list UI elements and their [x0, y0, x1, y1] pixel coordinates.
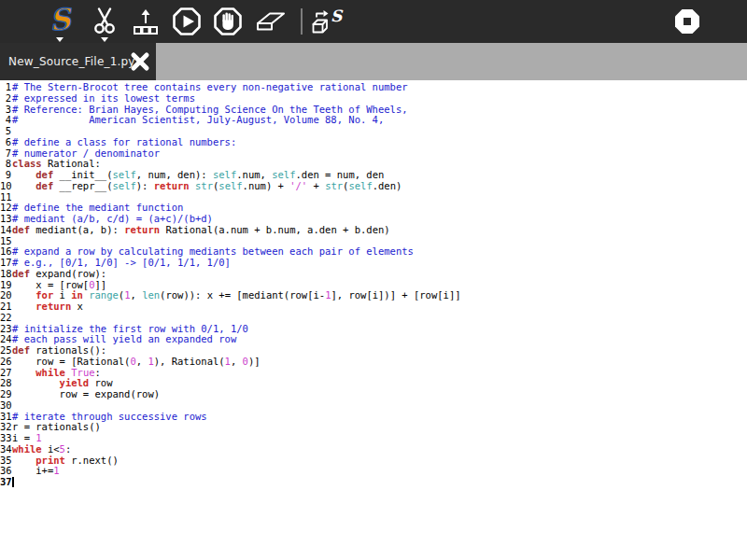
line-number: 29	[0, 389, 11, 400]
tab-bar: New_Source_File_1.py	[0, 43, 747, 80]
code-line: 32r = rationals()	[0, 422, 747, 433]
run-button[interactable]	[169, 0, 204, 43]
code-line: 10 def __repr__(self): return str(self.n…	[0, 181, 747, 192]
code-editor[interactable]: 1# The Stern-Brocot tree contains every …	[0, 80, 747, 560]
record-stop-button[interactable]	[670, 0, 704, 43]
scissors-icon	[92, 7, 117, 35]
line-number: 34	[0, 444, 11, 455]
toolbar-divider	[301, 8, 303, 35]
stop-octagon-icon	[673, 7, 701, 35]
tab-label: New_Source_File_1.py	[8, 55, 135, 68]
code-line: 36 i+=1	[0, 466, 747, 477]
line-number: 22	[0, 313, 11, 324]
code-line: 21 return x	[0, 301, 747, 313]
line-number: 25	[0, 345, 11, 357]
script-menu-button[interactable]: S	[41, 0, 78, 43]
text-cursor	[12, 477, 14, 487]
chevron-down-icon	[56, 37, 63, 42]
line-number: 5	[0, 126, 11, 137]
export-script-button[interactable]: S	[308, 0, 349, 43]
code-line: 20 for i in range(1, len(row)): x += [me…	[0, 290, 747, 301]
code-line: 33i = 1	[0, 433, 747, 444]
app-window: S	[0, 0, 747, 560]
code-line: 4# American Scientist, July-August, Volu…	[0, 115, 747, 126]
line-number: 17	[0, 258, 11, 269]
line-number: 2	[0, 93, 11, 105]
indent-button[interactable]	[129, 0, 162, 43]
line-number: 9	[0, 170, 11, 181]
code-line: 31# iterate through successive rows	[0, 412, 747, 423]
line-number: 1	[0, 82, 11, 93]
line-number: 14	[0, 225, 11, 236]
code-line: 14def mediant(a, b): return Rational(a.n…	[0, 225, 747, 236]
chevron-down-icon	[101, 37, 108, 42]
code-line: 18def expand(row):	[0, 269, 747, 280]
erase-button[interactable]	[250, 0, 289, 43]
code-line: 37	[0, 477, 747, 488]
tab-close-icon[interactable]	[130, 51, 150, 72]
code-line: 26 row = [Rational(0, 1), Rational(1, 0)…	[0, 357, 747, 368]
line-number: 18	[0, 269, 11, 280]
hand-octagon-icon	[213, 7, 243, 36]
line-number: 33	[0, 433, 11, 444]
svg-text:S: S	[331, 7, 344, 25]
line-number: 6	[0, 137, 11, 148]
export-script-icon: S	[310, 7, 347, 36]
line-number: 10	[0, 181, 11, 192]
script-logo-icon: S	[48, 4, 72, 35]
tab-new-source-file[interactable]: New_Source_File_1.py	[0, 43, 156, 80]
code-line: 24# each pass will yield an expanded row	[0, 334, 747, 345]
line-number: 30	[0, 400, 11, 412]
code-line: 17# e.g., [0/1, 1/0] -> [0/1, 1/1, 1/0]	[0, 258, 747, 269]
code-line: 7# numerator / denominator	[0, 148, 747, 160]
play-octagon-icon	[172, 7, 202, 36]
eraser-icon	[252, 7, 288, 35]
indent-arrow-icon	[132, 7, 160, 35]
pause-button[interactable]	[210, 0, 246, 43]
line-number: 21	[0, 301, 11, 313]
code-line: 35 print r.next()	[0, 455, 747, 467]
line-number: 37	[0, 477, 11, 488]
toolbar: S	[0, 0, 747, 43]
line-number: 26	[0, 357, 11, 368]
code-line: 29 row = expand(row)	[0, 389, 747, 400]
line-number: 13	[0, 214, 11, 225]
cut-menu-button[interactable]	[88, 0, 121, 43]
